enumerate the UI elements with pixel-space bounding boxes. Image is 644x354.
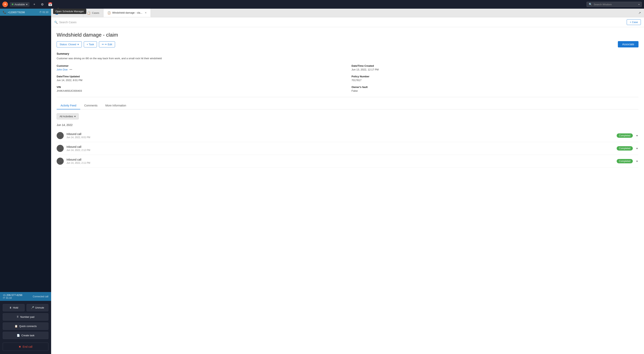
owners-fault-label: Owner's fault <box>352 86 639 89</box>
phone-icon: 📞 <box>3 11 6 14</box>
policy-field: Policy Number 7017817 <box>352 75 639 82</box>
wisdom-search-input[interactable] <box>594 3 637 6</box>
status-number: +1 206-577-8298 <box>3 294 22 296</box>
activity-info-1: Inbound call Jun 14, 2022, 8:01 PM <box>66 132 614 139</box>
case-title: Windshield damage - claim <box>57 32 638 38</box>
activity-avatar-1: 📞 <box>57 132 64 139</box>
detail-tabs: Activity Feed Comments More Information <box>57 102 638 109</box>
left-panel: 📞 +12065778298 ⏱ 01:10 +1 206-577-8298 ⏱… <box>0 9 51 354</box>
tab-cases-icon: 📋 <box>87 12 90 15</box>
expand-button-1[interactable]: ▾ <box>636 133 638 138</box>
createtask-icon: 📄 <box>17 334 20 337</box>
gear-icon[interactable]: ⚙ <box>39 2 45 7</box>
endcall-icon: ✖ <box>19 345 21 348</box>
endcall-button[interactable]: ✖ End call <box>3 342 48 351</box>
content-area: 🔍 + Case Windshield damage - claim Statu… <box>51 17 644 354</box>
date-updated-label: Date/Time Updated <box>57 75 344 78</box>
share-icon: ↗ <box>638 11 641 15</box>
video-area <box>0 16 51 292</box>
activity-title-3: Inbound call <box>66 158 614 161</box>
edit-icon: ✏ <box>102 43 104 46</box>
activity-info-3: Inbound call Jun 14, 2022, 2:11 PM <box>66 158 614 164</box>
date-created-label: Date/Time Created <box>352 64 639 67</box>
tab-more-info[interactable]: More Information <box>102 102 130 109</box>
edit-button[interactable]: ✏ ✏ Edit <box>99 41 115 48</box>
add-case-button[interactable]: + Case <box>627 19 641 25</box>
filter-dropdown-icon: ▾ <box>74 115 76 118</box>
activity-time-3: Jun 14, 2022, 2:11 PM <box>66 162 614 164</box>
status-button[interactable]: Status: Closed ▾ <box>57 41 82 48</box>
customer-field: Customer John Doe ••• <box>57 64 344 71</box>
search-bar: 🔍 + Case <box>51 17 644 27</box>
tab-close-icon[interactable]: ✕ <box>145 12 147 14</box>
expand-button-3[interactable]: ▾ <box>636 159 638 164</box>
wisdom-search[interactable]: 🔍 ▾ <box>586 2 642 7</box>
hold-unmute-row: ⏸ Hold 🎤 Unmute <box>3 304 48 311</box>
createtask-button[interactable]: 📄 Create task <box>3 332 48 339</box>
activity-item: 📞 Inbound call Jun 14, 2022, 2:11 PM Com… <box>57 155 638 168</box>
search-icon: 🔍 <box>589 3 592 6</box>
activity-avatar-2: 📞 <box>57 145 64 152</box>
search-cases-icon: 🔍 <box>54 21 58 24</box>
tab-activity-feed[interactable]: Activity Feed <box>57 102 80 109</box>
summary-section: Summary Customer was driving on i90 on t… <box>57 52 638 60</box>
task-button[interactable]: + Task <box>84 41 97 48</box>
tab-windshield[interactable]: 📋 Windshield damage - cla... ✕ <box>104 9 151 17</box>
numberpad-button[interactable]: ⠿ Number pad <box>3 313 48 320</box>
status-dot <box>12 4 13 5</box>
activity-list: 📞 Inbound call Jun 14, 2022, 8:01 PM Com… <box>57 129 638 168</box>
activity-item: 📞 Inbound call Jun 14, 2022, 8:01 PM Com… <box>57 129 638 142</box>
summary-heading: Summary <box>57 52 638 55</box>
customer-link[interactable]: John Doe <box>57 68 68 71</box>
date-updated-value: Jun 14, 2022, 8:01 PM <box>57 79 344 82</box>
vin-label: VIN <box>57 86 344 89</box>
timer-value: 01:10 <box>42 11 48 14</box>
policy-label: Policy Number <box>352 75 639 78</box>
hold-button[interactable]: ⏸ Hold <box>3 304 24 311</box>
schedule-button[interactable]: 📅 <box>47 2 53 7</box>
activity-avatar-3: 📞 <box>57 158 64 165</box>
tab-cases-label: Cases <box>92 12 99 14</box>
activity-item: 📞 Inbound call Jun 14, 2022, 2:12 PM Com… <box>57 142 638 155</box>
owners-fault-field: Owner's fault False <box>352 86 639 92</box>
status-label: Available <box>14 3 25 6</box>
hold-icon: ⏸ <box>9 306 12 309</box>
activity-title-1: Inbound call <box>66 132 614 136</box>
owners-fault-value: False <box>352 89 639 92</box>
quickconnects-icon: 📋 <box>14 325 18 328</box>
activity-title-2: Inbound call <box>66 145 614 148</box>
top-navbar: ✦ Available ▾ + ⚙ 📅 Open Schedule Manage… <box>0 0 644 9</box>
summary-text: Customer was driving on i90 on the way b… <box>57 57 638 60</box>
unmute-icon: 🎤 <box>31 306 34 309</box>
vin-field: VIN JH4KA4650JC000403 <box>57 86 344 92</box>
quickconnects-button[interactable]: 📋 Quick connects <box>3 322 48 330</box>
tab-bar: 👤 Customer Profile 📋 Cases 📋 Windshield … <box>51 9 644 17</box>
add-button[interactable]: + <box>32 2 37 7</box>
status-dropdown-icon: ▾ <box>78 43 79 46</box>
activity-date: Jun 14, 2022 <box>57 123 638 127</box>
right-content: 👤 Customer Profile 📋 Cases 📋 Windshield … <box>51 9 644 354</box>
status-selector[interactable]: Available ▾ <box>10 2 30 7</box>
expand-button-2[interactable]: ▾ <box>636 146 638 151</box>
app-logo: ✦ <box>2 2 8 7</box>
timer-icon: ⏱ <box>39 11 42 14</box>
date-updated-field: Date/Time Updated Jun 14, 2022, 8:01 PM <box>57 75 344 82</box>
tab-comments[interactable]: Comments <box>80 102 102 109</box>
share-button[interactable]: ↗ <box>635 11 644 15</box>
call-controls: ⏸ Hold 🎤 Unmute ⠿ Number pad 📋 Quick con… <box>0 301 51 354</box>
schedule-tooltip: Open Schedule Manager <box>53 9 86 14</box>
status-arrow: ▾ <box>26 3 28 6</box>
associate-button[interactable]: Associate <box>618 41 638 48</box>
customer-dots: ••• <box>70 68 72 71</box>
status-time: ⏱ 01:10 <box>3 296 22 299</box>
call-info-bar: 📞 +12065778298 ⏱ 01:10 <box>0 9 51 16</box>
tab-windshield-label: Windshield damage - cla... <box>112 11 142 14</box>
status-timer-icon: ⏱ <box>3 296 5 299</box>
case-actions: Status: Closed ▾ + Task ✏ ✏ Edit Associa… <box>57 41 638 48</box>
search-cases-input[interactable] <box>59 21 98 24</box>
status-timer-value: 01:10 <box>6 296 12 299</box>
all-activities-button[interactable]: All Activities ▾ <box>57 113 79 119</box>
activity-time-1: Jun 14, 2022, 8:01 PM <box>66 136 614 139</box>
policy-value: 7017817 <box>352 79 639 82</box>
unmute-button[interactable]: 🎤 Unmute <box>26 304 48 311</box>
